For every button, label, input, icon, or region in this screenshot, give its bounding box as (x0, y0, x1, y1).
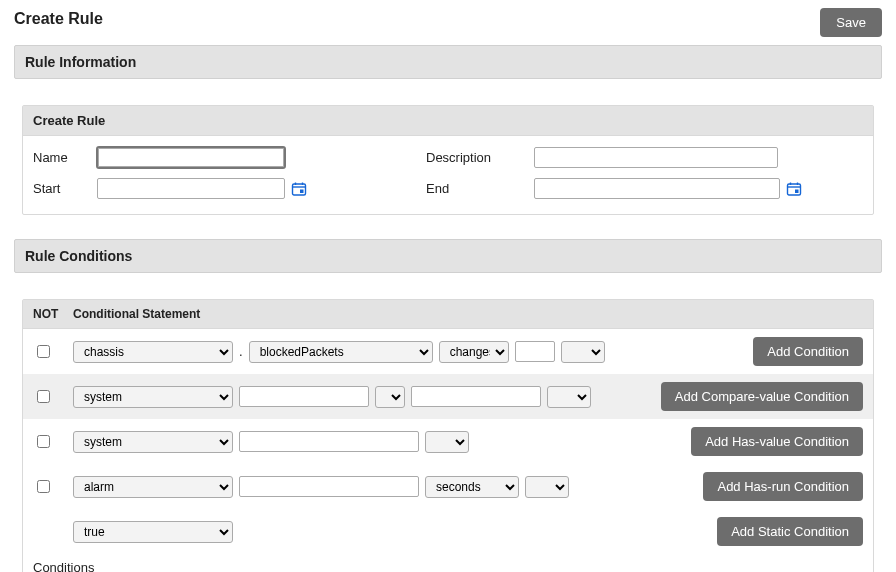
rule-info-panel: Create Rule Name Description Start End (22, 105, 874, 215)
condition-row: alarm seconds Add Has-run Condition (23, 464, 873, 509)
section-rule-conditions: Rule Conditions (14, 239, 882, 273)
value-input[interactable] (239, 431, 419, 452)
svg-rect-5 (788, 184, 801, 195)
end-label: End (426, 178, 534, 199)
not-checkbox[interactable] (37, 390, 50, 403)
description-label: Description (426, 147, 534, 168)
select-attribute[interactable]: blockedPackets (249, 341, 433, 363)
col-not: NOT (33, 307, 73, 321)
dot-separator: . (239, 344, 243, 359)
save-button[interactable]: Save (820, 8, 882, 37)
value-input[interactable] (239, 386, 369, 407)
condition-row: system = Add Compare-value Condition (23, 374, 873, 419)
add-condition-button[interactable]: Add Condition (753, 337, 863, 366)
select-extra[interactable] (525, 476, 569, 498)
page-title: Create Rule (14, 8, 103, 28)
not-checkbox[interactable] (37, 480, 50, 493)
description-input[interactable] (534, 147, 778, 168)
calendar-icon[interactable] (786, 181, 802, 197)
rule-panel-header: Create Rule (23, 106, 873, 136)
select-unit[interactable] (561, 341, 605, 363)
not-checkbox[interactable] (37, 345, 50, 358)
select-op[interactable]: changes (439, 341, 509, 363)
svg-rect-4 (300, 189, 304, 193)
name-label: Name (33, 147, 97, 168)
rule-conditions-panel: NOT Conditional Statement chassis . bloc… (22, 299, 874, 572)
section-rule-information: Rule Information (14, 45, 882, 79)
add-has-run-button[interactable]: Add Has-run Condition (703, 472, 863, 501)
value-input[interactable] (411, 386, 541, 407)
svg-rect-0 (293, 184, 306, 195)
select-entity[interactable]: system (73, 431, 233, 453)
col-stmt: Conditional Statement (73, 307, 200, 321)
add-has-value-button[interactable]: Add Has-value Condition (691, 427, 863, 456)
svg-rect-9 (795, 189, 799, 193)
select-timeunit[interactable]: seconds (425, 476, 519, 498)
select-unit[interactable] (425, 431, 469, 453)
select-static[interactable]: true (73, 521, 233, 543)
start-input[interactable] (97, 178, 285, 199)
select-unit[interactable] (547, 386, 591, 408)
condition-row: true Add Static Condition (23, 509, 873, 554)
name-input[interactable] (97, 147, 285, 168)
conditions-label: Conditions (33, 560, 863, 572)
value-input[interactable] (515, 341, 555, 362)
end-input[interactable] (534, 178, 780, 199)
value-input[interactable] (239, 476, 419, 497)
add-compare-value-button[interactable]: Add Compare-value Condition (661, 382, 863, 411)
select-entity[interactable]: chassis (73, 341, 233, 363)
add-static-condition-button[interactable]: Add Static Condition (717, 517, 863, 546)
calendar-icon[interactable] (291, 181, 307, 197)
condition-row: system Add Has-value Condition (23, 419, 873, 464)
select-entity[interactable]: system (73, 386, 233, 408)
condition-row: chassis . blockedPackets changes Add Con… (23, 329, 873, 374)
start-label: Start (33, 178, 97, 199)
select-comparator[interactable]: = (375, 386, 405, 408)
select-entity[interactable]: alarm (73, 476, 233, 498)
not-checkbox[interactable] (37, 435, 50, 448)
